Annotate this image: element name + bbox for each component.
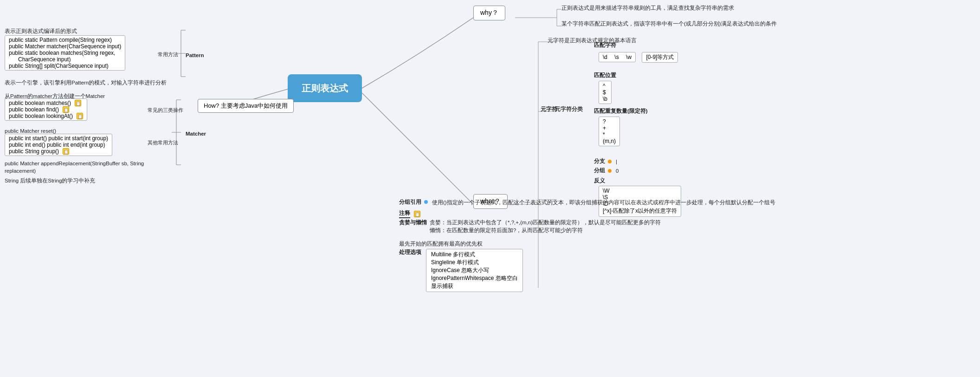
pattern-methods-box: public static Pattern compile(String reg… xyxy=(5,35,125,71)
process-section: 处理选项 Multiline 多行模式 Singleline 单行模式 Igno… xyxy=(399,249,523,292)
rep3: * xyxy=(603,131,616,138)
op1-icon: 📋 xyxy=(75,100,81,106)
branch-label: 分支 xyxy=(594,158,605,165)
other-methods-box: public int start() public int start(int … xyxy=(5,134,112,156)
pos1: ^ xyxy=(603,83,607,89)
pm1: public static Pattern compile(String reg… xyxy=(9,37,121,43)
inv4: [^x]-匹配除了x以外的任意字符 xyxy=(603,207,677,215)
group-dot xyxy=(608,169,612,173)
group-ref-text: 使用()指定的一个子表达式，匹配这个子表达式的文本，即该分组捕获的内容可以在表达… xyxy=(432,199,775,207)
om3-row: public String group() 📋 xyxy=(9,148,108,155)
op1: public boolean matches() xyxy=(9,100,71,106)
rep1: ? xyxy=(603,118,616,125)
matching-char-label: 匹配字符 xyxy=(594,42,678,49)
how-label: How? 主要考虑Java中如何使用 xyxy=(204,102,288,109)
note-icon: 📋 xyxy=(414,211,420,217)
greedy-section: 贪婪与懒惰 贪婪：当正则表达式中包含了（*,?,+,(m,n)匹配数量的限定符）… xyxy=(399,219,661,234)
why-label: why？ xyxy=(480,9,498,16)
pm3b: CharSequence input) xyxy=(9,56,121,63)
other-methods-label: 其他常用方法 xyxy=(148,139,178,146)
pos3: \b xyxy=(603,96,607,102)
note-label: 注释 xyxy=(399,210,410,218)
matcher-label: Matcher xyxy=(186,131,206,136)
op3-icon: 📋 xyxy=(77,113,83,119)
op2-row: public boolean find() 📋 xyxy=(9,106,83,113)
pattern-header: 表示正则表达式编译后的形式 xyxy=(5,28,77,35)
mc1: \d xyxy=(603,54,607,60)
greedy-label: 贪婪与懒惰 xyxy=(399,219,427,226)
po4: IgnorePatternWhitespace 忽略空白 xyxy=(431,274,518,282)
pm4: public String[] split(CharSequence input… xyxy=(9,63,121,69)
other-box: public int start() public int start(int … xyxy=(5,134,112,156)
group-ref-dot xyxy=(424,200,428,204)
how-box: How? 主要考虑Java中如何使用 xyxy=(198,99,294,113)
ops-methods: public boolean matches() 📋 public boolea… xyxy=(5,98,87,121)
op1-row: public boolean matches() 📋 xyxy=(9,100,83,106)
central-label: 正则表达式 xyxy=(302,82,348,95)
mind-map: 正则表达式 why？ 正则表达式是用来描述字符串规则的工具，满足查找复杂字符串的… xyxy=(0,0,980,377)
why-line1: 正则表达式是用来描述字符串规则的工具，满足查找复杂字符串的需求 xyxy=(561,5,734,12)
branch-char: | xyxy=(616,159,617,164)
ops-box: public boolean matches() 📋 public boolea… xyxy=(5,98,87,121)
inverse-group: 反义 \W \S \D [^x]-匹配除了x以外的任意字符 xyxy=(594,177,681,217)
om3-icon: 📋 xyxy=(63,148,69,155)
op3: public boolean lookingAt() xyxy=(9,113,73,119)
om1: public int start() public int start(int … xyxy=(9,135,108,142)
op3-row: public boolean lookingAt() 📋 xyxy=(9,113,83,119)
string-note: String 后续单独在String的学习中补充 xyxy=(5,177,95,184)
inverse-label: 反义 xyxy=(594,177,681,184)
po3: IgnoreCase 忽略大小写 xyxy=(431,266,518,274)
greedy-text: 贪婪：当正则表达式中包含了（*,?,+,(m,n)匹配数量的限定符），默认是尽可… xyxy=(430,219,661,226)
repeat-box: ? + * (m,n) xyxy=(599,117,620,146)
position-box: ^ $ \b xyxy=(599,81,612,104)
lazy-text: 懒惰：在匹配数量的限定符后面加?，从而匹配尽可能少的字符 xyxy=(430,227,661,234)
process-label: 处理选项 xyxy=(399,249,421,256)
note-row: 注释 📋 xyxy=(399,210,420,218)
common-ops-label: 常见的三类操作 xyxy=(148,107,183,114)
mc3: \w xyxy=(626,54,632,60)
om3: public String group() xyxy=(9,148,59,155)
pattern-label: Pattern xyxy=(186,52,204,58)
po2: Singleline 单行模式 xyxy=(431,259,518,266)
central-node: 正则表达式 xyxy=(288,74,362,102)
common-methods-label: 常用方法 xyxy=(158,51,178,58)
po5: 显示捕获 xyxy=(431,282,518,290)
pm3: public static boolean matches(String reg… xyxy=(9,50,121,56)
metachar-class-label: 元字符分类 xyxy=(555,106,583,113)
pm2: public Matcher matcher(CharSequence inpu… xyxy=(9,43,121,50)
group-char: 0 xyxy=(616,168,619,174)
branch-dot xyxy=(608,160,612,163)
matcher-header: 表示一个引擎，该引擎利用Pattern的模式，对输入字符串进行分析 xyxy=(5,79,167,86)
op2: public boolean find() xyxy=(9,106,59,113)
why-box: why？ xyxy=(473,6,505,20)
group-row: 分组 0 xyxy=(594,167,619,174)
op2-icon: 📋 xyxy=(63,106,69,113)
mc-extra: [0-9]等方式 xyxy=(646,54,674,60)
repeat-label: 匹配重复数量(限定符) xyxy=(594,108,648,115)
greedy-content: 贪婪：当正则表达式中包含了（*,?,+,(m,n)匹配数量的限定符），默认是尽可… xyxy=(430,219,661,234)
priority-text: 最先开始的匹配拥有最高的优先权 xyxy=(399,240,483,247)
om2: public int end() public int end(int grou… xyxy=(9,142,108,148)
process-box: Multiline 多行模式 Singleline 单行模式 IgnoreCas… xyxy=(426,249,523,292)
rep2: + xyxy=(603,125,616,131)
po1: Multiline 多行模式 xyxy=(431,251,518,259)
mc2: \s xyxy=(614,54,619,60)
matching-char-box: \d \s \w xyxy=(599,52,636,62)
pattern-methods: public static Pattern compile(String reg… xyxy=(5,35,125,71)
group-ref-row: 分组引用 使用()指定的一个子表达式，匹配这个子表达式的文本，即该分组捕获的内容… xyxy=(399,199,775,207)
pos2: $ xyxy=(603,89,607,96)
matching-char-box2: [0-9]等方式 xyxy=(642,52,678,63)
group-ref-label: 分组引用 xyxy=(399,199,421,206)
append-method: public Matcher appendReplacement(StringB… xyxy=(5,160,167,175)
rep4: (m,n) xyxy=(603,138,616,144)
branch-row: 分支 | xyxy=(594,158,617,165)
matcher-reset: public Matcher reset() xyxy=(5,128,56,134)
position-label: 匹配位置 xyxy=(594,72,616,79)
inv1: \W xyxy=(603,188,677,194)
why-line2: 某个字符串匹配正则表达式，指该字符串中有一个(或几部分分别)满足表达式给出的条件 xyxy=(561,20,777,27)
group-label: 分组 xyxy=(594,167,605,174)
